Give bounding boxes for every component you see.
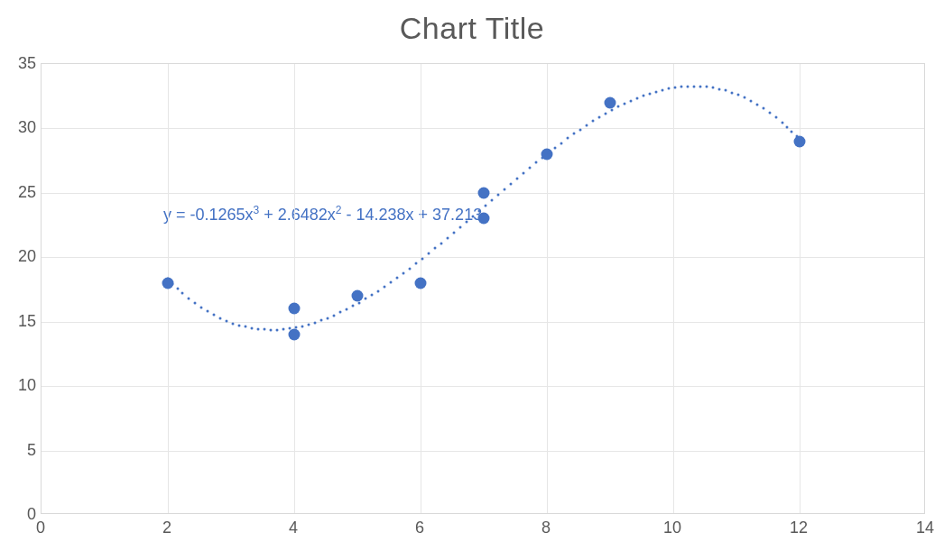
trendline-dot	[231, 322, 234, 325]
eq-sup2: 2	[336, 204, 342, 216]
trendline-dot	[578, 128, 581, 131]
plot-area[interactable]: y = -0.1265x3 + 2.6482x2 - 14.238x + 37.…	[41, 63, 925, 514]
trendline-dot	[648, 92, 651, 95]
trendline-dot	[635, 96, 638, 99]
trendline-dot	[541, 156, 543, 159]
gridline-vertical	[547, 64, 548, 513]
trendline-dot	[180, 291, 183, 294]
trendline-dot	[547, 151, 550, 154]
chart-container: Chart Title y = -0.1265x3 + 2.6482x2 - 1…	[0, 0, 944, 560]
trendline-dot	[774, 116, 777, 119]
trendline-dot	[440, 242, 442, 244]
trendline-dot	[786, 126, 789, 129]
trendline-dot	[326, 317, 329, 319]
trendline-dot	[629, 99, 632, 102]
trendline-dot	[522, 171, 524, 174]
data-point[interactable]	[605, 96, 616, 108]
x-tick-label: 14	[916, 519, 934, 537]
gridline-horizontal	[42, 257, 924, 258]
trendline-dot	[263, 328, 265, 331]
trendline-dot	[319, 319, 322, 322]
trendline-dot	[484, 204, 486, 207]
trendline-dot	[572, 133, 575, 135]
trendline-dot	[414, 262, 417, 265]
data-point[interactable]	[478, 213, 490, 225]
trendline-dot	[433, 247, 436, 250]
trendline-dot	[591, 120, 594, 123]
trendline-dot	[244, 326, 246, 328]
eq-c1: - 14.238x + 37.213	[342, 206, 483, 224]
trendline-dot	[509, 182, 512, 185]
x-tick-label: 2	[162, 519, 171, 537]
trendline-dot	[218, 317, 221, 319]
trendline-dot	[237, 324, 240, 326]
trendline-dot	[250, 326, 253, 329]
trendline-dot	[212, 314, 215, 317]
trendline-dot	[661, 88, 663, 91]
gridline-vertical	[800, 64, 801, 513]
trendline-dot	[187, 297, 190, 299]
trendline-dot	[515, 177, 518, 179]
trendline-dot	[560, 142, 562, 144]
trendline-dot	[370, 294, 373, 297]
data-point[interactable]	[289, 303, 301, 315]
y-tick-label: 20	[0, 247, 36, 266]
trendline-dot	[376, 289, 379, 292]
y-tick-label: 0	[0, 505, 36, 524]
trendline-dot	[288, 327, 291, 330]
trendline-dot	[275, 328, 278, 331]
trendline-dot	[421, 257, 423, 260]
trendline-dot	[446, 236, 449, 239]
x-tick-label: 6	[415, 519, 424, 537]
y-tick-label: 5	[0, 440, 36, 459]
trendline-dot	[795, 135, 798, 138]
trendline-dot	[402, 271, 404, 274]
trendline-dot	[755, 103, 758, 106]
y-tick-label: 25	[0, 182, 36, 201]
trendline-dot	[364, 298, 366, 300]
y-tick-label: 15	[0, 311, 36, 330]
gridline-horizontal	[42, 386, 924, 387]
trendline-dot	[654, 90, 657, 93]
eq-c3: -0.1265x	[190, 206, 254, 224]
trendline-dot	[749, 99, 752, 102]
trendline-dot	[711, 87, 714, 89]
eq-c2: + 2.6482x	[259, 206, 336, 224]
trendline-dot	[395, 277, 398, 280]
trendline-dot	[597, 116, 600, 119]
y-tick-label: 35	[0, 54, 36, 73]
gridline-horizontal	[42, 322, 924, 323]
trendline-dot	[313, 321, 316, 324]
trendline-dot	[736, 94, 739, 96]
trendline-dot	[610, 109, 613, 112]
trendline-dot	[225, 319, 227, 322]
trendline-dot	[791, 131, 793, 133]
trendline-dot	[256, 327, 259, 330]
trendline-dot	[269, 328, 272, 331]
trendline-dot	[383, 285, 385, 288]
trendline-dot	[730, 91, 733, 94]
trendline-dot	[301, 325, 303, 327]
x-tick-label: 10	[663, 519, 681, 537]
trendline-dot	[458, 225, 461, 228]
trendline-dot	[705, 86, 708, 88]
trendline-dot	[465, 220, 467, 223]
data-point[interactable]	[289, 329, 301, 341]
trendline-dot	[452, 231, 455, 234]
trendline-dot	[176, 287, 179, 289]
trendline-dot	[345, 308, 347, 311]
data-point[interactable]	[478, 187, 490, 198]
trendline-dot	[471, 215, 474, 217]
trendline-dot	[167, 278, 170, 280]
trendline-dot	[496, 193, 499, 196]
trendline-dot	[528, 167, 531, 170]
data-point[interactable]	[415, 277, 427, 289]
trendline-dot	[206, 310, 208, 313]
data-point[interactable]	[352, 290, 364, 302]
trendline-dot	[389, 281, 392, 284]
trendline-dot	[686, 85, 689, 87]
gridline-vertical	[294, 64, 295, 513]
trendline-dot	[762, 107, 764, 110]
trendline-dot	[692, 85, 695, 87]
x-tick-label: 12	[790, 519, 808, 537]
